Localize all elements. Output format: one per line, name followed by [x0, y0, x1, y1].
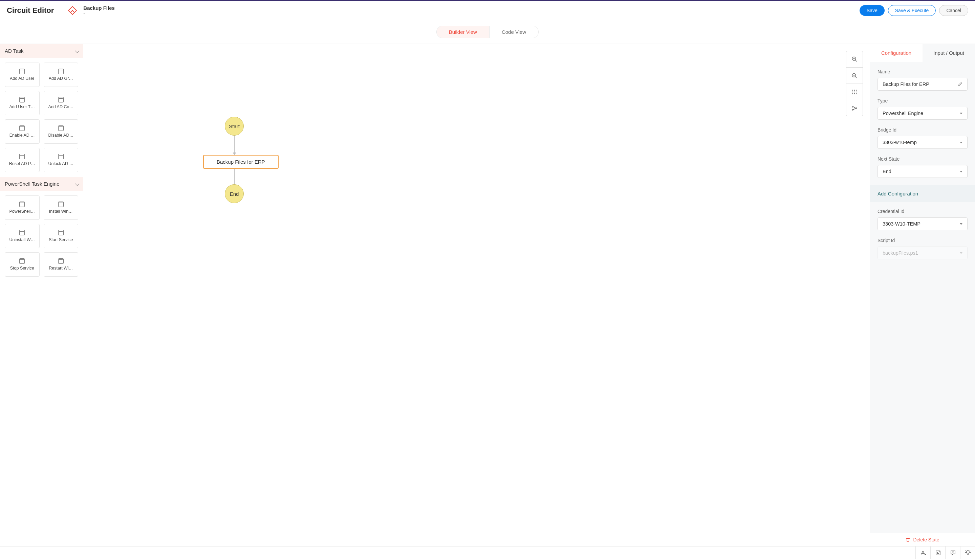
task-card[interactable]: Add AD User	[5, 63, 40, 87]
flow-edge	[234, 136, 235, 153]
svg-point-9	[854, 90, 855, 91]
task-icon	[19, 97, 25, 102]
task-icon	[19, 154, 25, 159]
flow-canvas[interactable]: Start Backup Files for ERP End	[83, 44, 870, 546]
trash-icon	[906, 537, 910, 542]
task-label: Add AD User	[10, 76, 34, 81]
category-title: PowerShell Task Engine	[5, 181, 59, 187]
task-label: Disable AD…	[48, 133, 74, 138]
task-card[interactable]: Enable AD …	[5, 119, 40, 144]
name-field[interactable]: Backup Files for ERP	[878, 78, 968, 91]
task-label: Install Win…	[49, 209, 73, 214]
task-icon	[58, 154, 64, 159]
next-state-select[interactable]: End	[878, 165, 968, 178]
svg-line-2	[855, 60, 857, 62]
task-label: Restart Wi…	[49, 266, 73, 270]
task-card[interactable]: Uninstall W…	[5, 224, 40, 248]
caret-down-icon	[960, 142, 962, 143]
tab-code-view[interactable]: Code View	[490, 26, 538, 38]
task-card[interactable]: Install Win…	[43, 195, 79, 220]
bottom-toolbar	[0, 546, 975, 559]
task-card[interactable]: Add AD Co…	[43, 91, 79, 115]
bridge-label: Bridge Id	[878, 127, 968, 133]
category-header-powershell[interactable]: PowerShell Task Engine	[0, 177, 83, 191]
svg-point-12	[854, 91, 855, 92]
tab-input-output[interactable]: Input / Output	[923, 44, 975, 62]
caret-down-icon	[960, 252, 962, 254]
task-card[interactable]: Add AD Gr…	[43, 63, 79, 87]
type-select[interactable]: Powershell Engine	[878, 107, 968, 120]
layout-button[interactable]	[846, 100, 863, 116]
task-card[interactable]: Disable AD…	[43, 119, 79, 144]
doc-info: Backup Files -	[83, 5, 115, 16]
task-card[interactable]: PowerShell…	[5, 195, 40, 220]
task-label: Uninstall W…	[9, 237, 35, 242]
task-label: Enable AD …	[10, 133, 35, 138]
tab-builder-view[interactable]: Builder View	[437, 26, 490, 38]
view-switch-row: Builder View Code View	[0, 20, 975, 44]
canvas-tools	[846, 51, 863, 116]
task-card[interactable]: Stop Service	[5, 252, 40, 277]
save-execute-button[interactable]: Save & Execute	[888, 5, 936, 16]
task-icon	[58, 68, 64, 74]
tool-chat-icon[interactable]	[945, 547, 960, 559]
script-select[interactable]: backupFiles.ps1	[878, 247, 968, 259]
svg-point-8	[852, 90, 853, 91]
tool-idea-icon[interactable]	[960, 547, 975, 559]
svg-point-13	[856, 91, 857, 92]
task-card[interactable]: Add User T…	[5, 91, 40, 115]
task-icon	[58, 230, 64, 235]
chevron-down-icon	[75, 48, 78, 54]
flow-node-task[interactable]: Backup Files for ERP	[203, 155, 279, 169]
task-icon	[58, 125, 64, 131]
flow-node-start[interactable]: Start	[225, 117, 244, 136]
category-title: AD Task	[5, 48, 24, 54]
doc-title: Backup Files	[83, 5, 115, 11]
add-configuration-header: Add Configuration	[870, 185, 975, 202]
next-state-label: Next State	[878, 156, 968, 162]
task-icon	[19, 258, 25, 264]
task-label: Stop Service	[10, 266, 34, 270]
task-label: PowerShell…	[9, 209, 35, 214]
task-icon	[58, 97, 64, 102]
caret-down-icon	[960, 223, 962, 225]
task-card[interactable]: Start Service	[43, 224, 79, 248]
svg-point-18	[852, 109, 853, 110]
flow-node-end[interactable]: End	[225, 184, 244, 203]
svg-line-6	[855, 77, 857, 78]
credential-select[interactable]: 3303-W10-TEMP	[878, 217, 968, 230]
task-card[interactable]: Unlock AD …	[43, 148, 79, 172]
task-icon	[19, 68, 25, 74]
zoom-out-button[interactable]	[846, 67, 863, 83]
delete-state-button[interactable]: Delete State	[870, 533, 975, 546]
task-icon	[19, 230, 25, 235]
task-label: Add AD Gr…	[49, 76, 73, 81]
cancel-button[interactable]: Cancel	[939, 5, 968, 16]
task-icon	[58, 258, 64, 264]
tool-text-icon[interactable]	[915, 547, 930, 559]
flow-edge	[234, 169, 235, 186]
task-label: Start Service	[49, 237, 73, 242]
task-label: Reset AD P…	[9, 161, 35, 166]
save-button[interactable]: Save	[860, 5, 885, 16]
tool-note-icon[interactable]	[930, 547, 945, 559]
tab-configuration[interactable]: Configuration	[870, 44, 923, 62]
grid-button[interactable]	[846, 83, 863, 100]
zoom-in-button[interactable]	[846, 51, 863, 67]
svg-point-11	[852, 91, 853, 92]
doc-subtitle: -	[83, 11, 115, 16]
task-label: Add User T…	[10, 105, 35, 109]
chevron-down-icon	[75, 181, 78, 187]
svg-point-15	[854, 93, 855, 94]
app-logo-icon	[66, 4, 79, 17]
svg-point-10	[856, 90, 857, 91]
category-header-ad-task[interactable]: AD Task	[0, 44, 83, 58]
task-card[interactable]: Reset AD P…	[5, 148, 40, 172]
bridge-select[interactable]: 3303-w10-temp	[878, 136, 968, 149]
task-sidebar[interactable]: AD Task Add AD User Add AD Gr… Add User …	[0, 44, 83, 546]
task-card[interactable]: Restart Wi…	[43, 252, 79, 277]
panel-body[interactable]: Name Backup Files for ERP Type Powershel…	[870, 62, 975, 533]
task-icon	[19, 125, 25, 131]
edit-icon[interactable]	[958, 82, 962, 87]
script-label: Script Id	[878, 238, 968, 243]
